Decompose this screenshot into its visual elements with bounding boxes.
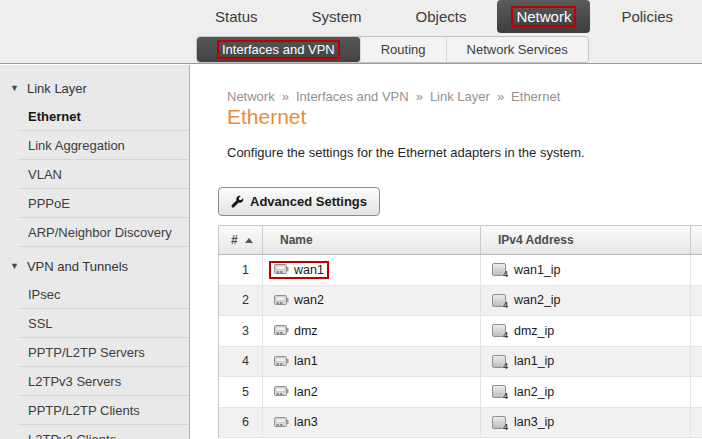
network-adapter-icon: [274, 294, 289, 307]
cell-extra: [691, 408, 702, 439]
interface-name: lan2: [269, 383, 323, 401]
breadcrumb-separator-icon: »: [416, 89, 423, 104]
ipv4-address: 4wan1_ip: [487, 261, 566, 279]
wrench-icon: [231, 195, 244, 208]
sidebar-item-arp-neighbor-discovery[interactable]: ARP/Neighbor Discovery: [18, 218, 189, 247]
page: { "colors": { "annotation_red": "#c00000…: [0, 0, 702, 439]
ipv4-address: 4lan1_ip: [487, 352, 559, 370]
page-title: Ethernet: [227, 105, 306, 129]
ipv4-address-label: lan2_ip: [514, 385, 554, 399]
sub-tab-label: Routing: [381, 42, 426, 57]
ipv4-icon-subscript: 4: [503, 301, 508, 310]
column-header-ipv4-address[interactable]: IPv4 Address: [481, 225, 691, 255]
sidebar-item-pppoe[interactable]: PPPoE: [18, 189, 189, 218]
column-header-extra[interactable]: #: [219, 225, 263, 255]
cell-ipv4: 4lan3_ip: [481, 408, 691, 439]
sidebar-section-label: VPN and Tunnels: [27, 259, 128, 274]
top-tab-label: Network: [511, 6, 576, 27]
cell-number: 2: [219, 286, 263, 317]
ipv4-address: 4lan3_ip: [487, 413, 559, 431]
ipv4-object-icon: 4: [492, 263, 506, 276]
top-tab-system[interactable]: System: [289, 0, 385, 33]
ipv4-object-icon: 4: [492, 416, 506, 429]
sidebar-item-ethernet[interactable]: Ethernet: [18, 102, 189, 131]
advanced-settings-button[interactable]: Advanced Settings: [218, 187, 380, 216]
interface-name-label: wan2: [294, 293, 324, 307]
network-adapter-icon: [274, 324, 289, 337]
advanced-settings-label: Advanced Settings: [250, 194, 367, 209]
interfaces-table: #NameIPv4 Address 1wan14wan1_ip2wan24wan…: [218, 225, 702, 438]
column-header-name[interactable]: Name: [263, 225, 481, 255]
breadcrumb-item-link-layer[interactable]: Link Layer: [430, 89, 490, 104]
main-content: Network»Interfaces and VPN»Link Layer»Et…: [191, 65, 702, 439]
network-adapter-icon: [274, 416, 289, 429]
cell-ipv4: 4wan1_ip: [481, 255, 691, 286]
sidebar-item-ssl[interactable]: SSL: [18, 309, 189, 338]
breadcrumb: Network»Interfaces and VPN»Link Layer»Et…: [227, 89, 560, 104]
ipv4-icon-subscript: 4: [503, 362, 508, 371]
sidebar-item-l2tpv3-clients[interactable]: L2TPv3 Clients: [18, 425, 189, 439]
sidebar-item-label: PPTP/L2TP Servers: [28, 345, 145, 360]
cell-extra: [691, 316, 702, 347]
sidebar-item-l2tpv3-servers[interactable]: L2TPv3 Servers: [18, 367, 189, 396]
top-tab-policies[interactable]: Policies: [598, 0, 696, 33]
cell-number: 6: [219, 408, 263, 439]
ipv4-icon-subscript: 4: [503, 392, 508, 401]
interface-name: wan2: [269, 291, 329, 309]
interface-name: lan1: [269, 352, 323, 370]
top-bar: StatusSystemObjectsNetworkPolicies Inter…: [0, 0, 702, 64]
sidebar-item-ipsec[interactable]: IPsec: [18, 280, 189, 309]
breadcrumb-item-network[interactable]: Network: [227, 89, 275, 104]
sidebar-section-vpn-and-tunnels[interactable]: ▼VPN and Tunnels: [0, 253, 189, 280]
sub-tab-network-services[interactable]: Network Services: [446, 37, 588, 62]
sidebar-section-link-layer[interactable]: ▼Link Layer: [0, 75, 189, 102]
cell-number: 5: [219, 377, 263, 408]
sub-tab-routing[interactable]: Routing: [360, 37, 446, 62]
cell-name: lan1: [263, 347, 481, 378]
top-tab-objects[interactable]: Objects: [393, 0, 490, 33]
sub-tab-label: Interfaces and VPN: [217, 40, 340, 59]
sidebar-item-vlan[interactable]: VLAN: [18, 160, 189, 189]
sidebar-nav: ▼Link LayerEthernetLink AggregationVLANP…: [0, 75, 189, 439]
cell-number: 1: [219, 255, 263, 286]
column-header-extra[interactable]: [691, 225, 702, 255]
table-row-lan2[interactable]: 5lan24lan2_ip: [219, 377, 702, 408]
table-row-wan1[interactable]: 1wan14wan1_ip: [219, 255, 702, 286]
cell-name: lan2: [263, 377, 481, 408]
interface-name-label: lan1: [294, 354, 318, 368]
breadcrumb-item-ethernet[interactable]: Ethernet: [511, 89, 560, 104]
interface-name: dmz: [269, 322, 323, 340]
sidebar: ▼Link LayerEthernetLink AggregationVLANP…: [0, 65, 190, 439]
ipv4-object-icon: 4: [492, 385, 506, 398]
breadcrumb-separator-icon: »: [497, 89, 504, 104]
cell-extra: [691, 377, 702, 408]
cell-ipv4: 4dmz_ip: [481, 316, 691, 347]
ipv4-address-label: dmz_ip: [514, 324, 554, 338]
sidebar-item-label: L2TPv3 Servers: [28, 374, 121, 389]
sidebar-item-link-aggregation[interactable]: Link Aggregation: [18, 131, 189, 160]
table-row-wan2[interactable]: 2wan24wan2_ip: [219, 286, 702, 317]
table-body: 1wan14wan1_ip2wan24wan2_ip3dmz4dmz_ip4la…: [219, 255, 702, 438]
ipv4-address: 4dmz_ip: [487, 322, 559, 340]
breadcrumb-item-interfaces-and-vpn[interactable]: Interfaces and VPN: [296, 89, 409, 104]
sidebar-item-pptp-l2tp-clients[interactable]: PPTP/L2TP Clients: [18, 396, 189, 425]
sidebar-item-pptp-l2tp-servers[interactable]: PPTP/L2TP Servers: [18, 338, 189, 367]
top-tab-status[interactable]: Status: [192, 0, 281, 33]
table-row-lan3[interactable]: 6lan34lan3_ip: [219, 408, 702, 439]
cell-extra: [691, 255, 702, 286]
cell-ipv4: 4lan2_ip: [481, 377, 691, 408]
top-tab-network[interactable]: Network: [497, 0, 590, 33]
cell-name: dmz: [263, 316, 481, 347]
sidebar-item-label: VLAN: [28, 167, 62, 182]
ipv4-icon-subscript: 4: [503, 331, 508, 340]
cell-extra: [691, 286, 702, 317]
sidebar-section-label: Link Layer: [27, 81, 87, 96]
breadcrumb-separator-icon: »: [282, 89, 289, 104]
cell-number: 3: [219, 316, 263, 347]
sub-tab-interfaces-and-vpn[interactable]: Interfaces and VPN: [197, 37, 360, 62]
ipv4-address: 4wan2_ip: [487, 291, 566, 309]
ipv4-object-icon: 4: [492, 355, 506, 368]
table-row-lan1[interactable]: 4lan14lan1_ip: [219, 347, 702, 378]
triangle-down-icon: ▼: [10, 262, 19, 271]
table-row-dmz[interactable]: 3dmz4dmz_ip: [219, 316, 702, 347]
